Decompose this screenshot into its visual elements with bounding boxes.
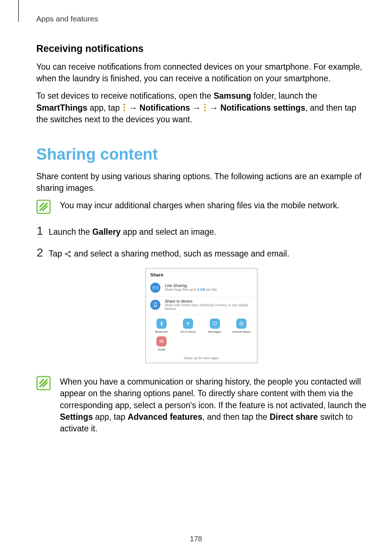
svg-point-1	[69, 251, 70, 253]
swipe-hint: Swipe up for more apps.	[146, 356, 257, 363]
android-beam-icon	[236, 319, 246, 329]
share-option-title: Link Sharing	[165, 283, 217, 288]
share-option-link-sharing[interactable]: Link Sharing Share large files up to 2 G…	[146, 280, 257, 297]
text: Launch the	[49, 227, 92, 237]
share-app-bluetooth[interactable]: Bluetooth	[151, 319, 172, 333]
text-bold: Settings	[60, 412, 93, 422]
share-app-messages[interactable]: Messages	[204, 319, 226, 333]
text: app and select an image.	[121, 227, 216, 237]
text: When you have a communication or sharing…	[60, 377, 366, 410]
share-panel-header: Share	[146, 268, 257, 280]
share-app-label: Android Beam	[232, 330, 251, 333]
step-text: Tap and select a sharing method, such as…	[49, 248, 367, 259]
svg-point-8	[188, 325, 188, 325]
share-app-email[interactable]: Email	[151, 336, 172, 351]
svg-point-2	[65, 253, 67, 254]
text-bold: Notifications settings	[220, 103, 305, 112]
share-app-label: Wi-Fi Direct	[180, 330, 196, 333]
paragraph: To set devices to receive notifications,…	[36, 90, 367, 125]
paragraph: Share content by using various sharing o…	[36, 171, 367, 194]
text: →	[207, 103, 220, 112]
text-bold: Notifications	[139, 103, 190, 112]
text: app, tap	[87, 103, 122, 112]
share-app-grid: Bluetooth Wi-Fi Direct Messages Android …	[146, 315, 257, 356]
side-rule	[18, 0, 19, 22]
note-icon	[36, 200, 51, 214]
share-option-sub: Share with Smart View, Samsung Connect, …	[165, 303, 253, 311]
note-icon	[36, 376, 51, 390]
email-icon	[156, 336, 167, 346]
share-option-sub: Share large files up to 2 GB per day.	[165, 288, 217, 292]
share-option-share-to-device[interactable]: Share to device Share with Smart View, S…	[146, 297, 257, 315]
step-text: Launch the Gallery app and select an ima…	[49, 226, 367, 238]
more-options-icon	[122, 103, 127, 111]
text: →	[190, 103, 203, 112]
text: →	[127, 103, 140, 112]
share-icon	[64, 249, 72, 258]
wifi-icon	[183, 319, 193, 329]
svg-rect-10	[241, 322, 242, 325]
section-heading-sharing: Sharing content	[36, 145, 367, 163]
more-options-icon	[203, 103, 207, 111]
svg-point-3	[69, 255, 70, 257]
text-bold: Advanced features	[128, 412, 203, 422]
text-bold: Samsung	[213, 91, 251, 100]
text: , and then tap the	[202, 412, 269, 422]
text-bold: Direct share	[270, 412, 318, 422]
messages-icon	[210, 319, 220, 329]
share-option-title: Share to device	[165, 299, 253, 303]
share-app-label: Bluetooth	[155, 330, 168, 333]
share-to-device-icon	[150, 300, 160, 310]
paragraph: You can receive notifications from conne…	[36, 61, 367, 84]
text: To set devices to receive notifications,…	[36, 91, 213, 100]
bluetooth-icon	[156, 319, 167, 329]
note-text: You may incur additional charges when sh…	[60, 200, 367, 211]
text: folder, launch the	[251, 91, 317, 100]
svg-line-4	[67, 252, 69, 254]
svg-rect-9	[213, 322, 216, 325]
text: and select a sharing method, such as mes…	[72, 249, 289, 258]
section-heading-receiving: Receiving notifications	[36, 43, 367, 54]
share-app-label: Email	[158, 348, 165, 351]
note-text: When you have a communication or sharing…	[60, 376, 367, 434]
text: Tap	[49, 249, 64, 258]
share-app-wifi-direct[interactable]: Wi-Fi Direct	[177, 319, 199, 333]
page-number: 178	[0, 535, 392, 543]
step-number: 1	[36, 225, 44, 237]
share-app-android-beam[interactable]: Android Beam	[230, 319, 252, 333]
step-number: 2	[36, 247, 44, 258]
share-panel: Share Link Sharing Share large files up …	[146, 268, 257, 364]
text-bold: SmartThings	[36, 103, 87, 112]
breadcrumb: Apps and features	[36, 15, 367, 23]
text-bold: Gallery	[92, 227, 121, 237]
share-app-label: Messages	[208, 330, 221, 333]
link-sharing-icon	[150, 283, 160, 293]
svg-line-5	[67, 254, 69, 256]
text: app, tap	[93, 412, 128, 422]
